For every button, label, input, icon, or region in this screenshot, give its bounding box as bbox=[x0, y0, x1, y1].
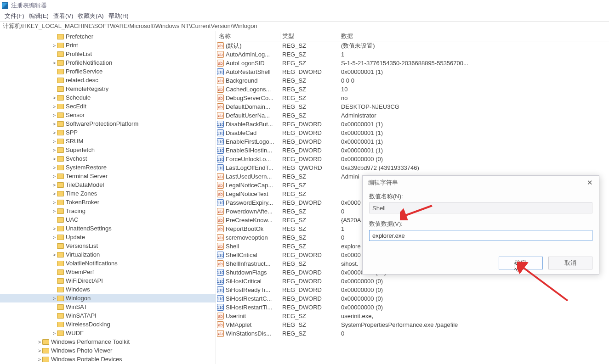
tree-item[interactable]: >Windows Performance Toolkit bbox=[0, 337, 216, 346]
tree-item[interactable]: >RemoteRegistry bbox=[0, 84, 216, 93]
address-bar[interactable]: 计算机\HKEY_LOCAL_MACHINE\SOFTWARE\Microsof… bbox=[0, 21, 609, 31]
tree-item[interactable]: >Prefetcher bbox=[0, 32, 216, 41]
list-row[interactable]: 110DisableCadREG_DWORD0x00000001 (1) bbox=[216, 129, 609, 137]
list-row[interactable]: 110SiHostReadyTi...REG_DWORD0x00000000 (… bbox=[216, 286, 609, 294]
col-type[interactable]: 类型 bbox=[280, 32, 339, 40]
tree-item[interactable]: >Update bbox=[0, 233, 216, 241]
menu-view[interactable]: 查看(V) bbox=[51, 12, 75, 20]
tree-item[interactable]: >TileDataModel bbox=[0, 180, 216, 189]
tree-item[interactable]: >Virtualization bbox=[0, 250, 216, 259]
tree-item[interactable]: >WUDF bbox=[0, 329, 216, 337]
tree-item[interactable]: >SRUM bbox=[0, 137, 216, 146]
tree-item[interactable]: >Svchost bbox=[0, 154, 216, 163]
expand-icon[interactable]: > bbox=[51, 296, 57, 301]
expand-icon[interactable]: > bbox=[51, 147, 57, 153]
value-type: REG_DWORD bbox=[280, 286, 339, 293]
tree-item[interactable]: >TokenBroker bbox=[0, 198, 216, 207]
tree-item[interactable]: >WbemPerf bbox=[0, 268, 216, 276]
col-data[interactable]: 数据 bbox=[339, 32, 609, 40]
string-value-icon: ab bbox=[217, 51, 224, 58]
expand-icon[interactable]: > bbox=[37, 348, 42, 353]
value-data-field[interactable] bbox=[369, 230, 592, 241]
expand-icon[interactable]: > bbox=[51, 226, 57, 231]
tree-item[interactable]: >Terminal Server bbox=[0, 172, 216, 180]
tree-pane[interactable]: >Prefetcher>Print>ProfileList>ProfileNot… bbox=[0, 31, 216, 364]
expand-icon[interactable]: > bbox=[51, 43, 57, 48]
menu-file[interactable]: 文件(F) bbox=[3, 12, 26, 20]
close-icon[interactable]: ✕ bbox=[584, 179, 595, 187]
list-row[interactable]: 110DisableBackBut...REG_DWORD0x00000001 … bbox=[216, 120, 609, 129]
expand-icon[interactable]: > bbox=[51, 200, 57, 205]
list-row[interactable]: abAutoAdminLog...REG_SZ1 bbox=[216, 50, 609, 59]
tree-item[interactable]: >WinSATAPI bbox=[0, 311, 216, 320]
list-row[interactable]: 110ForceUnlockLo...REG_DWORD0x00000000 (… bbox=[216, 155, 609, 163]
tree-item[interactable]: >Superfetch bbox=[0, 146, 216, 154]
expand-icon[interactable]: > bbox=[51, 191, 57, 196]
tree-item[interactable]: >SecEdit bbox=[0, 102, 216, 111]
expand-icon[interactable]: > bbox=[51, 104, 57, 109]
list-row[interactable]: abDebugServerCo...REG_SZno bbox=[216, 94, 609, 102]
list-row[interactable]: abAutoLogonSIDREG_SZS-1-5-21-3776154350-… bbox=[216, 59, 609, 67]
list-row[interactable]: 110EnableSIHostIn...REG_DWORD0x00000001 … bbox=[216, 146, 609, 155]
expand-icon[interactable]: > bbox=[51, 208, 57, 214]
expand-icon[interactable]: > bbox=[37, 357, 42, 362]
expand-icon[interactable]: > bbox=[51, 121, 57, 127]
tree-item[interactable]: >SPP bbox=[0, 128, 216, 137]
expand-icon[interactable]: > bbox=[51, 112, 57, 118]
expand-icon[interactable]: > bbox=[51, 156, 57, 162]
expand-icon[interactable]: > bbox=[51, 174, 57, 179]
list-row[interactable]: 110EnableFirstLogo...REG_DWORD0x00000001… bbox=[216, 137, 609, 146]
tree-item[interactable]: >Windows Photo Viewer bbox=[0, 346, 216, 355]
tree-item[interactable]: >Sensor bbox=[0, 111, 216, 119]
tree-item[interactable]: >related.desc bbox=[0, 76, 216, 84]
list-row[interactable]: abDefaultDomain...REG_SZDESKTOP-NJEU3CG bbox=[216, 102, 609, 111]
expand-icon[interactable]: > bbox=[51, 165, 57, 170]
expand-icon[interactable]: > bbox=[51, 330, 57, 336]
tree-item[interactable]: >UnattendSettings bbox=[0, 224, 216, 233]
list-row[interactable]: 110SiHostRestartC...REG_DWORD0x00000000 … bbox=[216, 294, 609, 303]
tree-item[interactable]: >SoftwareProtectionPlatform bbox=[0, 119, 216, 128]
list-row[interactable]: abUserinitREG_SZuserinit.exe, bbox=[216, 312, 609, 320]
tree-item[interactable]: >VersionsList bbox=[0, 241, 216, 250]
tree-item[interactable]: >WiFiDirectAPI bbox=[0, 276, 216, 285]
tree-item[interactable]: >WirelessDocking bbox=[0, 320, 216, 329]
expand-icon[interactable]: > bbox=[51, 60, 57, 66]
tree-item[interactable]: >WinSAT bbox=[0, 302, 216, 311]
tree-item[interactable]: >UAC bbox=[0, 215, 216, 224]
tree-item[interactable]: >Windows Portable Devices bbox=[0, 355, 216, 364]
tree-item[interactable]: >VolatileNotifications bbox=[0, 259, 216, 268]
list-row[interactable]: abDefaultUserNa...REG_SZAdministrator bbox=[216, 111, 609, 120]
list-row[interactable]: abCachedLogons...REG_SZ10 bbox=[216, 85, 609, 94]
tree-item[interactable]: >Schedule bbox=[0, 93, 216, 102]
tree-item[interactable]: >ProfileNotification bbox=[0, 58, 216, 67]
expand-icon[interactable]: > bbox=[51, 252, 57, 258]
cancel-button[interactable]: 取消 bbox=[548, 257, 592, 269]
tree-item[interactable]: >SystemRestore bbox=[0, 163, 216, 172]
col-name[interactable]: 名称 bbox=[216, 32, 280, 40]
menu-edit[interactable]: 编辑(E) bbox=[27, 12, 51, 20]
list-row[interactable]: 110SiHostCriticalREG_DWORD0x00000000 (0) bbox=[216, 277, 609, 286]
list-row[interactable]: abBackgroundREG_SZ0 0 0 bbox=[216, 76, 609, 85]
expand-icon[interactable]: > bbox=[37, 339, 42, 345]
expand-icon[interactable]: > bbox=[51, 235, 57, 240]
expand-icon[interactable]: > bbox=[51, 95, 57, 101]
expand-icon[interactable]: > bbox=[51, 139, 57, 144]
list-row[interactable]: 110AutoRestartShellREG_DWORD0x00000001 (… bbox=[216, 67, 609, 76]
expand-icon[interactable]: > bbox=[51, 130, 57, 135]
tree-item[interactable]: >Tracing bbox=[0, 207, 216, 215]
list-row[interactable]: ab(默认)REG_SZ(数值未设置) bbox=[216, 41, 609, 50]
menu-fav[interactable]: 收藏夹(A) bbox=[76, 12, 105, 20]
list-row[interactable]: 110SiHostRestartTi...REG_DWORD0x00000000… bbox=[216, 303, 609, 312]
tree-item[interactable]: >Time Zones bbox=[0, 189, 216, 198]
list-row[interactable]: abVMAppletREG_SZSystemPropertiesPerforma… bbox=[216, 320, 609, 329]
list-row[interactable]: 110LastLogOffEndT...REG_QWORD0xa39cbd972… bbox=[216, 163, 609, 172]
tree-item[interactable]: >Windows bbox=[0, 285, 216, 294]
tree-item[interactable]: >Winlogon bbox=[0, 294, 216, 302]
expand-icon[interactable]: > bbox=[51, 182, 57, 188]
list-row[interactable]: abWinStationsDis...REG_SZ0 bbox=[216, 329, 609, 338]
tree-item[interactable]: >Print bbox=[0, 41, 216, 50]
menu-help[interactable]: 帮助(H) bbox=[107, 12, 131, 20]
tree-item[interactable]: >ProfileService bbox=[0, 67, 216, 76]
ok-button[interactable]: 确定 bbox=[499, 257, 543, 269]
tree-item[interactable]: >ProfileList bbox=[0, 50, 216, 58]
